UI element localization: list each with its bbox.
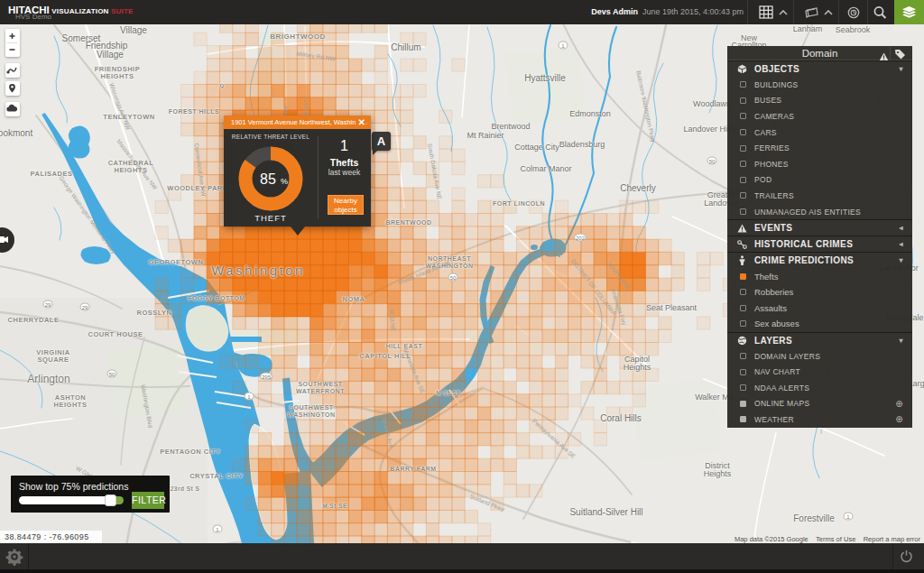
svg-text:85: 85: [260, 171, 276, 187]
svg-text:%: %: [281, 177, 288, 186]
